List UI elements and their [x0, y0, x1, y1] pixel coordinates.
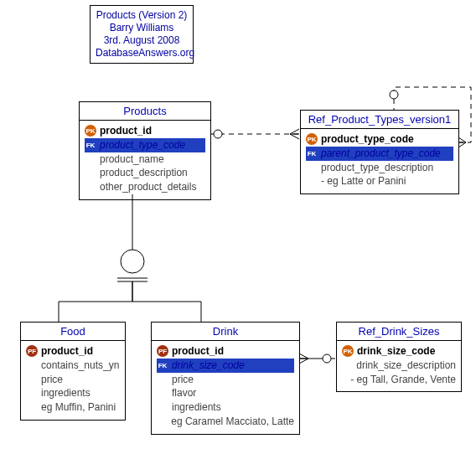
entity-body: PKdrink_size_code drink_size_description…	[337, 341, 461, 391]
entity-products: Products PKproduct_id FKproduct_type_cod…	[79, 101, 211, 200]
entity-title: Food	[21, 323, 125, 341]
entity-title: Drink	[152, 323, 299, 341]
field: product_id	[172, 344, 224, 359]
pf-icon: PF	[26, 345, 38, 357]
info-source: DatabaseAnswers.org	[96, 47, 188, 59]
field: product_description	[100, 166, 188, 180]
entity-body: PFproduct_id FKdrink_size_code price fla…	[152, 341, 299, 434]
field: product_id	[100, 124, 152, 138]
entity-ref-product-types: Ref_Product_Types_version1 PKproduct_typ…	[300, 110, 459, 194]
svg-line-16	[299, 359, 308, 364]
pk-icon: PK	[85, 125, 96, 137]
field: ingredients	[41, 386, 91, 400]
svg-point-1	[214, 130, 222, 138]
field: product_type_code	[100, 138, 185, 152]
field: price	[172, 373, 194, 387]
field: - eg Tall, Grande, Vente	[350, 373, 456, 387]
field: flavor	[172, 386, 196, 400]
entity-body: PKproduct_id FKproduct_type_code product…	[80, 121, 210, 199]
info-author: Barry Williams	[96, 22, 188, 34]
info-date: 3rd. August 2008	[96, 34, 188, 47]
entity-ref-drink-sizes: Ref_Drink_Sizes PKdrink_size_code drink_…	[336, 322, 462, 392]
field: eg Caramel Macciato, Latte	[171, 415, 294, 429]
svg-point-17	[323, 354, 331, 363]
field: product_type_code	[321, 132, 414, 147]
entity-drink: Drink PFproduct_id FKdrink_size_code pri…	[151, 322, 300, 435]
pk-icon: PK	[342, 345, 354, 357]
fk-icon: FK	[306, 147, 318, 159]
fk-icon: FK	[85, 139, 96, 151]
svg-line-4	[290, 134, 299, 139]
field: drink_size_code	[172, 359, 245, 373]
svg-line-2	[290, 129, 299, 134]
field: contains_nuts_yn	[41, 359, 119, 373]
info-title: Products (Version 2)	[96, 9, 188, 22]
fk-icon: FK	[157, 359, 168, 371]
field: drink_size_description	[356, 359, 456, 373]
pf-icon: PF	[157, 345, 168, 357]
entity-title: Ref_Product_Types_version1	[301, 111, 458, 129]
svg-point-10	[121, 250, 144, 273]
field: other_product_details	[100, 180, 196, 194]
svg-line-8	[458, 142, 466, 147]
diagram-info-box: Products (Version 2) Barry Williams 3rd.…	[90, 5, 194, 64]
field: ingredients	[172, 400, 221, 415]
field: drink_size_code	[357, 344, 435, 359]
pk-icon: PK	[306, 133, 318, 145]
entity-title: Products	[80, 102, 210, 121]
field: parent_product_type_code	[321, 147, 441, 161]
entity-food: Food PFproduct_id contains_nuts_yn price…	[20, 322, 126, 421]
entity-body: PFproduct_id contains_nuts_yn price ingr…	[21, 341, 125, 420]
entity-title: Ref_Drink_Sizes	[337, 323, 461, 341]
field: eg Muffin, Panini	[41, 400, 116, 415]
field: product_type_description	[321, 161, 433, 175]
svg-line-14	[299, 354, 308, 359]
field: - eg Latte or Panini	[321, 174, 406, 188]
field: product_name	[100, 152, 164, 167]
field: product_id	[41, 344, 93, 359]
field: price	[41, 373, 63, 387]
svg-point-5	[390, 90, 398, 99]
svg-line-6	[458, 137, 466, 142]
entity-body: PKproduct_type_code FKparent_product_typ…	[301, 129, 458, 194]
